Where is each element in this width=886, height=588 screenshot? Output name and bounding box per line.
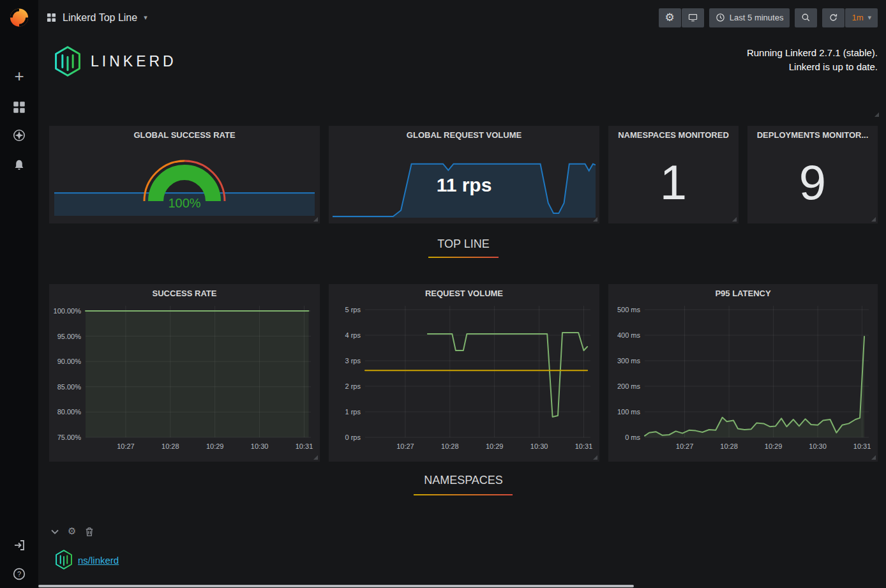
zoom-out-button[interactable] xyxy=(795,8,817,27)
svg-text:4 rps: 4 rps xyxy=(345,331,361,339)
svg-text:90.00%: 90.00% xyxy=(57,358,82,365)
time-range-button[interactable]: Last 5 minutes xyxy=(709,8,790,27)
svg-text:95.00%: 95.00% xyxy=(57,333,82,340)
svg-text:100 ms: 100 ms xyxy=(617,408,641,416)
panel-title[interactable]: P95 LATENCY xyxy=(608,284,878,298)
panel-p95-latency: P95 LATENCY 10:2710:2810:2910:3010:310 m… xyxy=(608,284,878,462)
cycle-view-button[interactable] xyxy=(682,8,704,27)
grafana-logo[interactable] xyxy=(8,6,31,29)
svg-text:10:27: 10:27 xyxy=(117,442,135,450)
svg-text:300 ms: 300 ms xyxy=(617,357,641,365)
svg-text:10:29: 10:29 xyxy=(486,442,504,450)
panel-title[interactable]: NAMESPACES MONITORED xyxy=(608,126,739,140)
svg-text:10:31: 10:31 xyxy=(575,442,593,450)
panel-resize-handle[interactable] xyxy=(593,455,597,460)
linkerd-wordmark: LINKERD xyxy=(91,53,177,70)
p95-latency-chart[interactable]: 10:2710:2810:2910:3010:310 ms100 ms200 m… xyxy=(608,301,878,460)
status-line-2: Linkerd is up to date. xyxy=(747,60,878,74)
panel-title[interactable]: GLOBAL REQUEST VOLUME xyxy=(329,126,599,140)
linkerd-status-text: Running Linkerd 2.7.1 (stable). Linkerd … xyxy=(747,46,878,74)
status-line-1: Running Linkerd 2.7.1 (stable). xyxy=(747,46,878,60)
section-underline xyxy=(414,494,513,495)
panel-success-rate: SUCCESS RATE 10:2710:2810:2910:3010:3175… xyxy=(49,284,320,462)
success-rate-chart[interactable]: 10:2710:2810:2910:3010:3175.00%80.00%85.… xyxy=(49,301,320,460)
panel-namespaces-monitored: NAMESPACES MONITORED 1 xyxy=(608,126,739,223)
svg-text:10:27: 10:27 xyxy=(676,442,694,450)
panel-resize-handle[interactable] xyxy=(313,217,318,222)
success-rate-gauge: 100% xyxy=(114,142,255,216)
svg-text:10:30: 10:30 xyxy=(530,442,548,450)
svg-text:10:28: 10:28 xyxy=(720,442,738,450)
dashboard-icon xyxy=(47,13,56,22)
stat-value: 1 xyxy=(608,141,739,223)
panel-resize-handle[interactable] xyxy=(871,217,876,222)
panel-resize-handle[interactable] xyxy=(875,112,879,117)
clock-icon xyxy=(716,13,725,22)
chevron-down-icon[interactable] xyxy=(51,529,59,534)
question-circle-icon: ? xyxy=(13,568,26,580)
section-underline xyxy=(428,257,499,258)
svg-text:10:27: 10:27 xyxy=(396,442,414,450)
svg-text:5 rps: 5 rps xyxy=(345,306,361,313)
svg-text:200 ms: 200 ms xyxy=(617,382,641,390)
caret-down-icon: ▾ xyxy=(144,13,147,22)
time-range-label: Last 5 minutes xyxy=(730,13,784,22)
trash-icon[interactable] xyxy=(85,527,94,537)
linkerd-logo-icon xyxy=(54,46,82,77)
linkerd-brand: LINKERD xyxy=(54,46,177,77)
svg-text:10:29: 10:29 xyxy=(765,442,783,450)
panel-request-volume: REQUEST VOLUME 10:2710:2810:2910:3010:31… xyxy=(329,284,599,462)
navbar: Linkerd Top Line ▾ ⚙ Last 5 minutes xyxy=(38,0,886,35)
svg-text:?: ? xyxy=(17,570,21,578)
panel-title[interactable]: REQUEST VOLUME xyxy=(329,284,599,298)
svg-text:10:29: 10:29 xyxy=(206,442,224,450)
panel-title[interactable]: DEPLOYMENTS MONITOR... xyxy=(747,126,878,140)
panel-resize-handle[interactable] xyxy=(732,217,737,222)
page-title: Linkerd Top Line xyxy=(63,12,137,24)
refresh-interval-label: 1m xyxy=(852,13,863,22)
svg-text:85.00%: 85.00% xyxy=(57,383,82,391)
namespace-link[interactable]: ns/linkerd xyxy=(78,555,119,566)
plus-icon: + xyxy=(14,70,24,82)
horizontal-scrollbar[interactable] xyxy=(38,585,634,587)
dashboard-title-button[interactable]: Linkerd Top Line ▾ xyxy=(47,12,147,24)
request-volume-chart[interactable]: 10:2710:2810:2910:3010:310 rps1 rps2 rps… xyxy=(329,301,599,460)
tv-icon xyxy=(688,13,698,22)
svg-text:1 rps: 1 rps xyxy=(345,408,361,416)
sidebar-item-alerting[interactable] xyxy=(0,153,38,177)
refresh-button[interactable] xyxy=(822,8,845,27)
sidebar-item-signin[interactable] xyxy=(0,533,38,557)
row-controls: ⚙ xyxy=(51,526,94,537)
svg-text:10:30: 10:30 xyxy=(809,442,827,450)
svg-text:0 ms: 0 ms xyxy=(625,433,640,441)
panel-global-success-rate: GLOBAL SUCCESS RATE 100% xyxy=(49,126,320,223)
sidebar-item-help[interactable]: ? xyxy=(0,562,38,586)
linkerd-namespace-icon xyxy=(55,550,73,569)
dashboard-settings-button[interactable]: ⚙ xyxy=(659,8,681,27)
stat-value: 11 rps xyxy=(329,174,599,196)
panel-resize-handle[interactable] xyxy=(871,455,876,460)
row-settings-gear-icon[interactable]: ⚙ xyxy=(68,526,76,537)
svg-text:10:31: 10:31 xyxy=(853,442,871,450)
svg-text:100.00%: 100.00% xyxy=(54,307,82,315)
sidebar-item-create[interactable]: + xyxy=(0,64,38,88)
section-header-top-line: TOP LINE xyxy=(49,237,878,251)
dashboards-grid-icon xyxy=(13,101,26,114)
panel-title[interactable]: GLOBAL SUCCESS RATE xyxy=(49,126,320,140)
panel-resize-handle[interactable] xyxy=(313,455,318,460)
svg-text:75.00%: 75.00% xyxy=(57,433,82,441)
svg-text:3 rps: 3 rps xyxy=(345,357,361,365)
refresh-interval-button[interactable]: 1m ▾ xyxy=(845,8,878,27)
sidebar-item-explore[interactable] xyxy=(0,123,38,147)
panel-resize-handle[interactable] xyxy=(593,217,597,222)
svg-text:10:31: 10:31 xyxy=(296,442,313,450)
panel-title[interactable]: SUCCESS RATE xyxy=(49,284,320,298)
sidebar-item-dashboards[interactable] xyxy=(0,95,38,119)
svg-text:500 ms: 500 ms xyxy=(617,306,641,313)
svg-text:10:30: 10:30 xyxy=(251,442,269,450)
refresh-icon xyxy=(829,13,838,22)
sidebar: + ? xyxy=(0,0,38,588)
svg-text:10:28: 10:28 xyxy=(161,442,179,450)
bell-icon xyxy=(13,159,26,172)
svg-text:80.00%: 80.00% xyxy=(57,408,82,416)
